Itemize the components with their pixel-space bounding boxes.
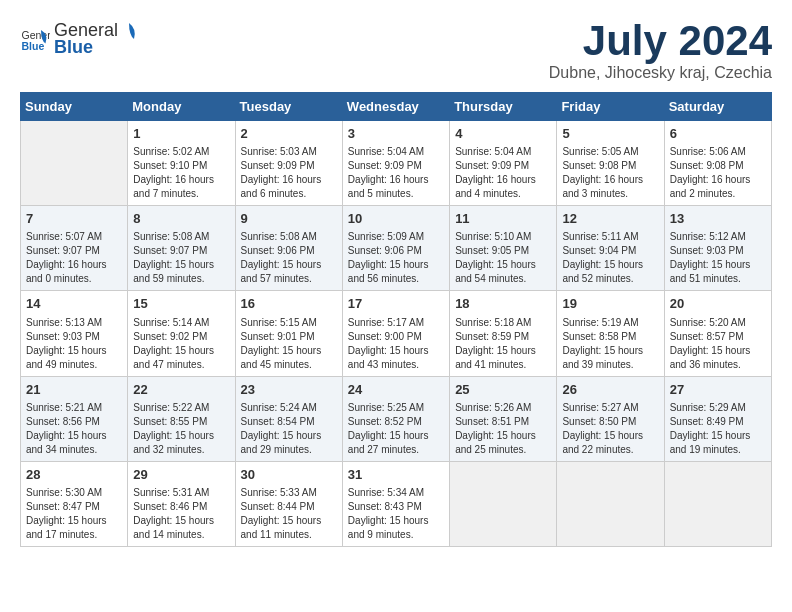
day-number: 11: [455, 210, 551, 228]
day-cell: 18Sunrise: 5:18 AMSunset: 8:59 PMDayligh…: [450, 291, 557, 376]
day-number: 18: [455, 295, 551, 313]
weekday-tuesday: Tuesday: [235, 93, 342, 121]
day-cell: 15Sunrise: 5:14 AMSunset: 9:02 PMDayligh…: [128, 291, 235, 376]
day-number: 23: [241, 381, 337, 399]
day-info: Sunrise: 5:07 AMSunset: 9:07 PMDaylight:…: [26, 230, 122, 286]
month-title: July 2024: [549, 20, 772, 62]
day-info: Sunrise: 5:22 AMSunset: 8:55 PMDaylight:…: [133, 401, 229, 457]
week-row-5: 28Sunrise: 5:30 AMSunset: 8:47 PMDayligh…: [21, 461, 772, 546]
day-cell: [450, 461, 557, 546]
day-info: Sunrise: 5:13 AMSunset: 9:03 PMDaylight:…: [26, 316, 122, 372]
day-number: 26: [562, 381, 658, 399]
day-info: Sunrise: 5:06 AMSunset: 9:08 PMDaylight:…: [670, 145, 766, 201]
day-cell: 12Sunrise: 5:11 AMSunset: 9:04 PMDayligh…: [557, 206, 664, 291]
day-info: Sunrise: 5:08 AMSunset: 9:06 PMDaylight:…: [241, 230, 337, 286]
day-info: Sunrise: 5:15 AMSunset: 9:01 PMDaylight:…: [241, 316, 337, 372]
day-info: Sunrise: 5:04 AMSunset: 9:09 PMDaylight:…: [348, 145, 444, 201]
day-number: 31: [348, 466, 444, 484]
day-number: 9: [241, 210, 337, 228]
day-info: Sunrise: 5:12 AMSunset: 9:03 PMDaylight:…: [670, 230, 766, 286]
day-info: Sunrise: 5:25 AMSunset: 8:52 PMDaylight:…: [348, 401, 444, 457]
day-cell: 2Sunrise: 5:03 AMSunset: 9:09 PMDaylight…: [235, 121, 342, 206]
weekday-wednesday: Wednesday: [342, 93, 449, 121]
weekday-friday: Friday: [557, 93, 664, 121]
day-number: 29: [133, 466, 229, 484]
day-info: Sunrise: 5:34 AMSunset: 8:43 PMDaylight:…: [348, 486, 444, 542]
day-cell: 11Sunrise: 5:10 AMSunset: 9:05 PMDayligh…: [450, 206, 557, 291]
weekday-thursday: Thursday: [450, 93, 557, 121]
day-info: Sunrise: 5:33 AMSunset: 8:44 PMDaylight:…: [241, 486, 337, 542]
title-area: July 2024 Dubne, Jihocesky kraj, Czechia: [549, 20, 772, 82]
day-cell: 1Sunrise: 5:02 AMSunset: 9:10 PMDaylight…: [128, 121, 235, 206]
day-number: 21: [26, 381, 122, 399]
day-cell: 17Sunrise: 5:17 AMSunset: 9:00 PMDayligh…: [342, 291, 449, 376]
day-number: 20: [670, 295, 766, 313]
day-cell: 6Sunrise: 5:06 AMSunset: 9:08 PMDaylight…: [664, 121, 771, 206]
week-row-2: 7Sunrise: 5:07 AMSunset: 9:07 PMDaylight…: [21, 206, 772, 291]
location: Dubne, Jihocesky kraj, Czechia: [549, 64, 772, 82]
day-cell: 23Sunrise: 5:24 AMSunset: 8:54 PMDayligh…: [235, 376, 342, 461]
day-cell: 7Sunrise: 5:07 AMSunset: 9:07 PMDaylight…: [21, 206, 128, 291]
day-cell: 31Sunrise: 5:34 AMSunset: 8:43 PMDayligh…: [342, 461, 449, 546]
day-cell: 10Sunrise: 5:09 AMSunset: 9:06 PMDayligh…: [342, 206, 449, 291]
day-number: 4: [455, 125, 551, 143]
day-info: Sunrise: 5:09 AMSunset: 9:06 PMDaylight:…: [348, 230, 444, 286]
day-number: 13: [670, 210, 766, 228]
day-info: Sunrise: 5:03 AMSunset: 9:09 PMDaylight:…: [241, 145, 337, 201]
day-cell: 29Sunrise: 5:31 AMSunset: 8:46 PMDayligh…: [128, 461, 235, 546]
day-info: Sunrise: 5:30 AMSunset: 8:47 PMDaylight:…: [26, 486, 122, 542]
day-info: Sunrise: 5:27 AMSunset: 8:50 PMDaylight:…: [562, 401, 658, 457]
week-row-1: 1Sunrise: 5:02 AMSunset: 9:10 PMDaylight…: [21, 121, 772, 206]
day-info: Sunrise: 5:04 AMSunset: 9:09 PMDaylight:…: [455, 145, 551, 201]
day-cell: 9Sunrise: 5:08 AMSunset: 9:06 PMDaylight…: [235, 206, 342, 291]
day-info: Sunrise: 5:05 AMSunset: 9:08 PMDaylight:…: [562, 145, 658, 201]
day-number: 7: [26, 210, 122, 228]
day-number: 24: [348, 381, 444, 399]
day-number: 22: [133, 381, 229, 399]
week-row-4: 21Sunrise: 5:21 AMSunset: 8:56 PMDayligh…: [21, 376, 772, 461]
day-cell: [21, 121, 128, 206]
day-info: Sunrise: 5:21 AMSunset: 8:56 PMDaylight:…: [26, 401, 122, 457]
day-cell: [664, 461, 771, 546]
day-number: 12: [562, 210, 658, 228]
weekday-sunday: Sunday: [21, 93, 128, 121]
logo-blue: Blue: [54, 37, 93, 57]
day-cell: 30Sunrise: 5:33 AMSunset: 8:44 PMDayligh…: [235, 461, 342, 546]
day-number: 2: [241, 125, 337, 143]
day-info: Sunrise: 5:02 AMSunset: 9:10 PMDaylight:…: [133, 145, 229, 201]
day-number: 27: [670, 381, 766, 399]
day-cell: 22Sunrise: 5:22 AMSunset: 8:55 PMDayligh…: [128, 376, 235, 461]
day-info: Sunrise: 5:11 AMSunset: 9:04 PMDaylight:…: [562, 230, 658, 286]
day-cell: 27Sunrise: 5:29 AMSunset: 8:49 PMDayligh…: [664, 376, 771, 461]
day-cell: 28Sunrise: 5:30 AMSunset: 8:47 PMDayligh…: [21, 461, 128, 546]
day-cell: 5Sunrise: 5:05 AMSunset: 9:08 PMDaylight…: [557, 121, 664, 206]
day-number: 16: [241, 295, 337, 313]
week-row-3: 14Sunrise: 5:13 AMSunset: 9:03 PMDayligh…: [21, 291, 772, 376]
day-number: 17: [348, 295, 444, 313]
day-info: Sunrise: 5:17 AMSunset: 9:00 PMDaylight:…: [348, 316, 444, 372]
day-info: Sunrise: 5:19 AMSunset: 8:58 PMDaylight:…: [562, 316, 658, 372]
svg-text:Blue: Blue: [22, 40, 45, 52]
day-info: Sunrise: 5:26 AMSunset: 8:51 PMDaylight:…: [455, 401, 551, 457]
day-number: 25: [455, 381, 551, 399]
calendar-table: SundayMondayTuesdayWednesdayThursdayFrid…: [20, 92, 772, 547]
day-number: 14: [26, 295, 122, 313]
logo: General Blue General Blue: [20, 20, 139, 58]
day-info: Sunrise: 5:14 AMSunset: 9:02 PMDaylight:…: [133, 316, 229, 372]
weekday-monday: Monday: [128, 93, 235, 121]
day-cell: 13Sunrise: 5:12 AMSunset: 9:03 PMDayligh…: [664, 206, 771, 291]
day-cell: 26Sunrise: 5:27 AMSunset: 8:50 PMDayligh…: [557, 376, 664, 461]
day-info: Sunrise: 5:29 AMSunset: 8:49 PMDaylight:…: [670, 401, 766, 457]
day-number: 15: [133, 295, 229, 313]
day-cell: 16Sunrise: 5:15 AMSunset: 9:01 PMDayligh…: [235, 291, 342, 376]
day-info: Sunrise: 5:10 AMSunset: 9:05 PMDaylight:…: [455, 230, 551, 286]
day-cell: 20Sunrise: 5:20 AMSunset: 8:57 PMDayligh…: [664, 291, 771, 376]
day-number: 30: [241, 466, 337, 484]
day-cell: 14Sunrise: 5:13 AMSunset: 9:03 PMDayligh…: [21, 291, 128, 376]
day-number: 10: [348, 210, 444, 228]
day-cell: 8Sunrise: 5:08 AMSunset: 9:07 PMDaylight…: [128, 206, 235, 291]
day-number: 28: [26, 466, 122, 484]
day-info: Sunrise: 5:18 AMSunset: 8:59 PMDaylight:…: [455, 316, 551, 372]
day-number: 8: [133, 210, 229, 228]
day-cell: 24Sunrise: 5:25 AMSunset: 8:52 PMDayligh…: [342, 376, 449, 461]
